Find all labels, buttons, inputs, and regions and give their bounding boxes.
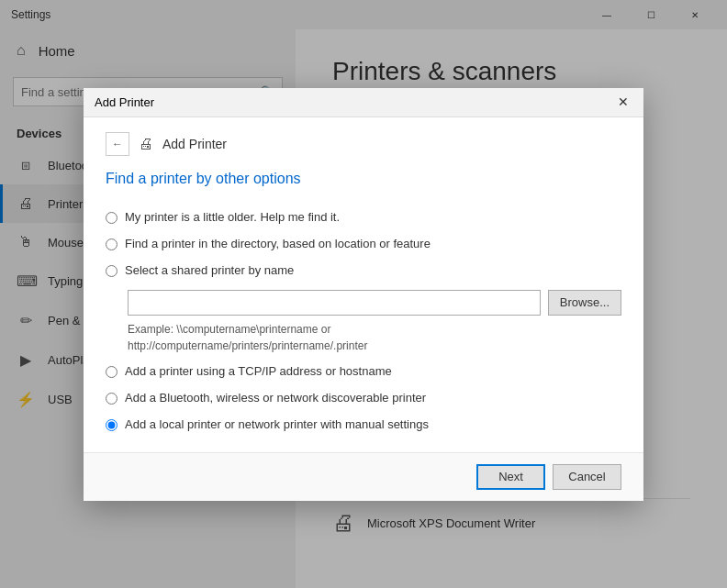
shared-printer-input[interactable]: [128, 290, 541, 316]
radio-local-label[interactable]: Add a local printer or network printer w…: [125, 417, 429, 431]
radio-shared[interactable]: [106, 265, 117, 277]
next-button[interactable]: Next: [476, 464, 545, 490]
browse-button[interactable]: Browse...: [548, 290, 621, 316]
modal-title-bar: Add Printer ✕: [84, 88, 643, 117]
radio-item-bluetooth-printer: Add a Bluetooth, wireless or network dis…: [106, 384, 621, 411]
radio-item-tcpip: Add a printer using a TCP/IP address or …: [106, 358, 621, 384]
modal-footer: Next Cancel: [84, 452, 643, 501]
radio-item-older: My printer is a little older. Help me fi…: [106, 204, 621, 230]
radio-tcpip[interactable]: [106, 366, 117, 378]
radio-local[interactable]: [106, 419, 117, 431]
radio-directory-label[interactable]: Find a printer in the directory, based o…: [125, 237, 431, 250]
modal-nav-title: Add Printer: [162, 137, 227, 151]
add-printer-modal: Add Printer ✕ ← 🖨 Add Printer Find a pri…: [84, 88, 643, 501]
radio-group: My printer is a little older. Help me fi…: [106, 204, 621, 438]
radio-older[interactable]: [106, 212, 117, 224]
modal-nav: ← 🖨 Add Printer: [106, 132, 621, 156]
modal-overlay: Add Printer ✕ ← 🖨 Add Printer Find a pri…: [0, 0, 727, 588]
modal-close-button[interactable]: ✕: [610, 89, 636, 115]
radio-older-label[interactable]: My printer is a little older. Help me fi…: [125, 210, 340, 224]
radio-bluetooth-printer[interactable]: [106, 393, 117, 405]
example-text: Example: \\computername\printername or h…: [106, 319, 621, 358]
modal-title-content: Add Printer: [95, 95, 154, 109]
back-button[interactable]: ←: [106, 132, 129, 156]
radio-tcpip-label[interactable]: Add a printer using a TCP/IP address or …: [125, 364, 392, 378]
radio-directory[interactable]: [106, 239, 117, 250]
printer-nav-icon: 🖨: [139, 136, 153, 152]
shared-printer-row: Browse...: [106, 283, 621, 319]
modal-body: ← 🖨 Add Printer Find a printer by other …: [84, 117, 643, 452]
radio-item-shared: Select a shared printer by name: [106, 257, 621, 283]
cancel-button[interactable]: Cancel: [553, 464, 621, 490]
radio-item-local: Add a local printer or network printer w…: [106, 411, 621, 438]
modal-heading: Find a printer by other options: [106, 171, 621, 187]
radio-bluetooth-label[interactable]: Add a Bluetooth, wireless or network dis…: [125, 391, 426, 405]
radio-shared-label[interactable]: Select a shared printer by name: [125, 263, 294, 277]
radio-item-directory: Find a printer in the directory, based o…: [106, 230, 621, 257]
modal-title-text: Add Printer: [95, 95, 154, 109]
